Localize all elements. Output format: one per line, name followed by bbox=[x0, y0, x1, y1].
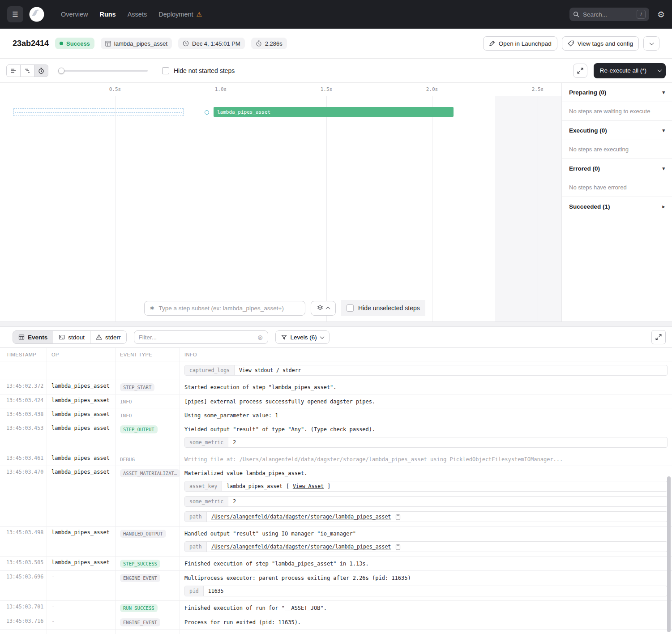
panel-splitter[interactable] bbox=[0, 321, 672, 327]
table-icon bbox=[18, 334, 25, 340]
view-mode-waterfall-button[interactable] bbox=[20, 64, 34, 77]
cell-info: [pipes] external process successfully op… bbox=[180, 394, 672, 408]
event-tag-value-text[interactable]: /Users/alangenfeld/data/dagster/storage/… bbox=[211, 514, 391, 520]
table-row[interactable]: 13:45:03.716-ENGINE_EVENTProcess for run… bbox=[0, 615, 672, 630]
asset-chip[interactable]: lambda_pipes_asset bbox=[101, 38, 172, 49]
table-row[interactable]: captured_logsView stdout / stderr bbox=[0, 361, 672, 380]
sidebar-section-header[interactable]: Preparing (0)▾ bbox=[562, 83, 672, 102]
tag-icon bbox=[568, 40, 574, 47]
log-filter-input[interactable] bbox=[139, 334, 254, 341]
gantt-tick-label: 1.0s bbox=[215, 86, 227, 92]
table-row[interactable]: 13:45:03.498lambda_pipes_assetHANDLED_OU… bbox=[0, 527, 672, 557]
gantt-step-bar[interactable]: lambda_pipes_asset bbox=[214, 107, 454, 117]
cell-timestamp: 13:45:03.424 bbox=[0, 394, 47, 408]
gantt-step-marker[interactable] bbox=[205, 110, 209, 115]
event-tag: path/Users/alangenfeld/data/dagster/stor… bbox=[184, 511, 668, 522]
tab-stderr[interactable]: stderr bbox=[90, 330, 127, 344]
copy-icon[interactable] bbox=[395, 544, 401, 550]
cell-op: - bbox=[47, 571, 116, 600]
table-row[interactable]: 13:45:03.696-ENGINE_EVENTMultiprocess ex… bbox=[0, 571, 672, 601]
gear-icon[interactable]: ⚙ bbox=[657, 10, 665, 19]
sidebar-section-header[interactable]: Succeeded (1)▸ bbox=[562, 197, 672, 216]
chevron-down-icon: ▾ bbox=[662, 90, 665, 95]
fullscreen-gantt-button[interactable] bbox=[573, 64, 587, 78]
event-tag: some_metric2 bbox=[184, 496, 668, 507]
hide-unselected-checkbox[interactable] bbox=[347, 304, 354, 312]
nav-item-deployment[interactable]: Deployment⚠ bbox=[158, 11, 202, 18]
stopwatch-icon bbox=[38, 68, 44, 74]
clear-filter-icon[interactable]: ⊗ bbox=[257, 334, 263, 341]
gantt-gridline bbox=[221, 96, 221, 321]
funnel-icon bbox=[281, 334, 287, 340]
gantt-tick-label: 2.0s bbox=[426, 86, 438, 92]
event-type-badge: STEP_START bbox=[120, 383, 154, 391]
table-filler-row bbox=[0, 630, 672, 634]
log-filter-box[interactable]: ⊗ bbox=[134, 330, 268, 344]
tab-stdout[interactable]: stdout bbox=[53, 330, 90, 344]
expand-icon bbox=[655, 334, 662, 340]
reexecute-dropdown-button[interactable] bbox=[653, 69, 666, 72]
event-tag: pid11635 bbox=[184, 586, 668, 596]
hide-not-started-label: Hide not started steps bbox=[174, 67, 235, 74]
table-row[interactable]: 13:45:03.424lambda_pipes_assetINFO[pipes… bbox=[0, 394, 672, 408]
event-type-badge: ENGINE_EVENT bbox=[120, 574, 160, 582]
table-row[interactable]: 13:45:03.505lambda_pipes_assetSTEP_SUCCE… bbox=[0, 557, 672, 571]
run-actions-dropdown-button[interactable] bbox=[643, 36, 659, 51]
hide-not-started-checkbox[interactable] bbox=[162, 67, 169, 74]
table-row[interactable]: 13:45:03.701-RUN_SUCCESSFinished executi… bbox=[0, 601, 672, 615]
event-info-text: Multiprocess executor: parent process ex… bbox=[184, 574, 668, 582]
table-row[interactable]: 13:45:03.438lambda_pipes_assetINFOUsing … bbox=[0, 408, 672, 422]
cell-event-type: STEP_SUCCESS bbox=[116, 557, 180, 570]
search-box[interactable]: / bbox=[569, 8, 649, 21]
bracket-open: [ bbox=[286, 483, 289, 489]
fullscreen-logs-button[interactable] bbox=[651, 330, 666, 344]
step-subset-box[interactable]: ∗ bbox=[144, 301, 305, 316]
view-mode-timed-button[interactable] bbox=[34, 64, 48, 77]
table-row[interactable]: 13:45:03.453lambda_pipes_assetSTEP_OUTPU… bbox=[0, 422, 672, 452]
table-row[interactable]: 13:45:02.372lambda_pipes_assetSTEP_START… bbox=[0, 380, 672, 394]
zoom-slider[interactable] bbox=[58, 68, 148, 74]
logs-scrollbar-thumb[interactable] bbox=[667, 476, 671, 632]
event-tags: asset_keylambda_pipes_asset[View Asset]s… bbox=[184, 481, 668, 522]
sidebar-section-title: Preparing (0) bbox=[569, 89, 606, 96]
nav-item-overview[interactable]: Overview bbox=[61, 11, 88, 18]
step-status-sidebar: Preparing (0)▾No steps are waiting to ex… bbox=[562, 83, 672, 321]
event-tag-key: path bbox=[185, 512, 207, 522]
reexecute-all-button[interactable]: Re-execute all (*) bbox=[594, 63, 666, 78]
open-in-launchpad-button[interactable]: Open in Launchpad bbox=[483, 36, 557, 51]
dagster-logo[interactable] bbox=[29, 6, 45, 22]
sidebar-section-header[interactable]: Executing (0)▾ bbox=[562, 121, 672, 140]
cell-timestamp: 13:45:03.716 bbox=[0, 615, 47, 629]
status-badge[interactable]: Success bbox=[55, 38, 94, 49]
run-main: 0.5s1.0s1.5s2.0s2.5s lambda_pipes_asset … bbox=[0, 83, 672, 321]
levels-dropdown-button[interactable]: Levels (6) bbox=[275, 330, 330, 344]
event-tags: some_metric2 bbox=[184, 437, 668, 448]
gantt-gridline bbox=[326, 96, 327, 321]
menu-icon[interactable]: ☰ bbox=[7, 6, 23, 22]
table-row[interactable]: 13:45:03.461lambda_pipes_assetDEBUGWriti… bbox=[0, 452, 672, 466]
nav-item-assets[interactable]: Assets bbox=[128, 11, 147, 18]
asset-chip-label: lambda_pipes_asset bbox=[114, 40, 167, 47]
view-tags-config-button[interactable]: View tags and config bbox=[562, 36, 639, 51]
zoom-slider-knob[interactable] bbox=[58, 68, 64, 74]
event-info-text: Handled output "result" using IO manager… bbox=[184, 529, 668, 537]
view-asset-link[interactable]: View Asset bbox=[293, 483, 324, 489]
tab-events[interactable]: Events bbox=[13, 330, 53, 344]
view-mode-flat-button[interactable] bbox=[6, 64, 21, 77]
gantt-ghost-bar[interactable] bbox=[13, 108, 184, 116]
gantt-gridline bbox=[432, 96, 432, 321]
event-tags: path/Users/alangenfeld/data/dagster/stor… bbox=[184, 541, 668, 552]
event-info-text: Finished execution of step "lambda_pipes… bbox=[184, 559, 668, 567]
nav-item-runs[interactable]: Runs bbox=[99, 11, 116, 18]
step-subset-input[interactable] bbox=[158, 305, 300, 312]
copy-icon[interactable] bbox=[395, 514, 401, 520]
gantt-tick-label: 0.5s bbox=[109, 86, 121, 92]
sidebar-section-body: No steps are waiting to execute bbox=[562, 102, 672, 121]
event-tag-value-text[interactable]: /Users/alangenfeld/data/dagster/storage/… bbox=[211, 544, 391, 550]
table-row[interactable]: 13:45:03.470lambda_pipes_assetASSET_MATE… bbox=[0, 466, 672, 527]
graph-query-options-button[interactable] bbox=[311, 301, 336, 316]
status-label: Success bbox=[66, 40, 90, 47]
event-tags: pid11635 bbox=[184, 586, 668, 596]
sidebar-section-header[interactable]: Errored (0)▾ bbox=[562, 159, 672, 178]
search-input[interactable] bbox=[583, 11, 633, 18]
